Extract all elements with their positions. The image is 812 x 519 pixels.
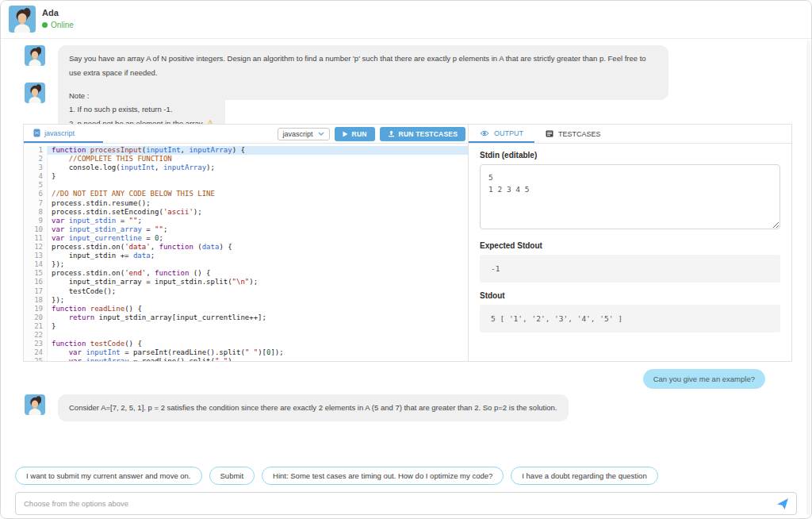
code-line[interactable]: 7process.stdin.resume(); [24, 199, 468, 208]
code-line[interactable]: 25 var inputArray = readLine().split(" "… [24, 357, 468, 361]
tab-output[interactable]: OUTPUT [469, 125, 534, 143]
stdout-value: 5 [ '1', '2', '3', '4', '5' ] [480, 305, 780, 333]
line-number: 16 [24, 278, 48, 286]
line-number: 9 [24, 217, 48, 225]
code-line[interactable]: 4} [24, 172, 468, 181]
run-testcases-label: RUN TESTCASES [399, 130, 458, 138]
code-line[interactable]: 19function readLine() { [24, 305, 468, 313]
line-number: 23 [24, 340, 48, 348]
question-line-1: Say you have an array A of N positive in… [69, 52, 657, 79]
editor-controls: javascript RUN [278, 125, 468, 143]
line-number: 13 [24, 252, 48, 260]
agent-name: Ada [42, 8, 59, 17]
code-line[interactable]: 21} [24, 322, 468, 331]
line-number: 19 [24, 305, 48, 313]
expected-stdout-label: Expected Stdout [480, 241, 780, 250]
stdin-label: Stdin (editable) [480, 151, 780, 160]
chip-submit-and-move-on[interactable]: I want to submit my current answer and m… [15, 467, 202, 485]
language-select[interactable]: javascript [278, 128, 330, 140]
line-number: 12 [24, 243, 48, 252]
run-button[interactable]: RUN [335, 127, 375, 141]
ada-avatar [9, 6, 36, 33]
code-line[interactable]: 6//DO NOT EDIT ANY CODE BELOW THIS LINE [24, 190, 468, 198]
user-message-bubble: Can you give me an example? [643, 369, 765, 389]
output-tabs: OUTPUT TESTCASES [469, 125, 791, 144]
code-line[interactable]: 1function processInput(inputInt, inputAr… [24, 146, 468, 155]
play-icon [343, 131, 348, 137]
code-line[interactable]: 22 [24, 331, 468, 340]
online-dot-icon [42, 22, 48, 28]
line-number: 22 [24, 331, 48, 340]
online-status-label: Online [51, 21, 74, 29]
expected-stdout-value: -1 [480, 255, 780, 283]
line-number: 7 [24, 199, 48, 208]
code-line[interactable]: 15process.stdin.on('end', function () { [24, 269, 468, 278]
code-line[interactable]: 20 return input_stdin_array[input_curren… [24, 313, 468, 322]
code-line[interactable]: 24 var inputInt = parseInt(readLine().sp… [24, 348, 468, 357]
tab-javascript-file[interactable]: javascript [24, 125, 103, 143]
output-pane: OUTPUT TESTCASES Stdin (editable) 5 1 2 … [469, 125, 791, 361]
line-number: 6 [24, 190, 48, 198]
chat-scrollbar[interactable] [806, 40, 810, 515]
line-number: 5 [24, 181, 48, 190]
stdout-label: Stdout [480, 291, 780, 300]
testcases-icon [546, 130, 553, 137]
note-line-1: Note : [69, 89, 214, 102]
line-number: 3 [24, 163, 48, 172]
code-line[interactable]: 10var input_stdin_array = ""; [24, 225, 468, 234]
code-line[interactable]: 23function testCode() { [24, 340, 468, 348]
online-status: Online [42, 21, 74, 29]
chip-hint-timing-out[interactable]: Hint: Some test cases are timing out. Ho… [262, 467, 504, 485]
ada-interview-app: Ada Online Say you have an array A of N … [0, 0, 812, 519]
chevron-down-icon [318, 132, 324, 136]
quick-replies: I want to submit my current answer and m… [15, 467, 797, 485]
chip-submit[interactable]: Submit [209, 467, 255, 485]
code-area[interactable]: 1function processInput(inputInt, inputAr… [24, 144, 468, 361]
line-number: 1 [24, 146, 48, 155]
code-line[interactable]: 16 input_stdin_array = input_stdin.split… [24, 278, 468, 286]
output-body: Stdin (editable) 5 1 2 3 4 5 Expected St… [469, 144, 791, 336]
code-line[interactable]: 11var input_currentline = 0; [24, 234, 468, 243]
code-line[interactable]: 3 console.log(inputInt, inputArray); [24, 163, 468, 172]
send-button[interactable] [776, 497, 790, 511]
composer [15, 492, 797, 515]
header: Ada Online [1, 1, 811, 39]
line-number: 14 [24, 260, 48, 269]
code-line[interactable]: 5 [24, 181, 468, 190]
code-line[interactable]: 14}); [24, 260, 468, 269]
upload-icon [388, 130, 395, 137]
example-bubble: Consider A=[7, 2, 5, 1]. p = 2 satisfies… [58, 394, 569, 421]
code-line[interactable]: 17 testCode(); [24, 287, 468, 296]
code-workspace: javascript javascript RUN [23, 124, 792, 362]
code-line[interactable]: 12process.stdin.on('data', function (dat… [24, 243, 468, 252]
code-line[interactable]: 2 //COMPLETE THIS FUNCTION [24, 155, 468, 163]
message-input[interactable] [22, 498, 776, 509]
code-line[interactable]: 13 input_stdin += data; [24, 252, 468, 260]
line-number: 10 [24, 225, 48, 234]
paper-plane-icon [776, 498, 789, 510]
tab-testcases[interactable]: TESTCASES [534, 125, 612, 143]
note-line-2: 1. If no such p exists, return -1. [69, 102, 214, 116]
chip-doubt-question[interactable]: I have a doubt regarding the question [511, 467, 657, 485]
code-line[interactable]: 9var input_stdin = ""; [24, 217, 468, 225]
stdin-textarea[interactable]: 5 1 2 3 4 5 [480, 164, 780, 229]
editor-toolbar: javascript javascript RUN [24, 125, 468, 144]
ada-avatar [25, 45, 45, 66]
tab-javascript-label: javascript [44, 129, 75, 137]
line-number: 20 [24, 313, 48, 322]
eye-icon [480, 130, 489, 136]
ada-avatar [25, 83, 45, 103]
line-number: 25 [24, 357, 48, 361]
code-line[interactable]: 18}); [24, 296, 468, 305]
code-line[interactable]: 8process.stdin.setEncoding('ascii'); [24, 208, 468, 217]
line-number: 2 [24, 155, 48, 163]
run-button-label: RUN [352, 130, 367, 138]
ada-avatar [25, 394, 45, 415]
run-testcases-button[interactable]: RUN TESTCASES [380, 127, 465, 141]
tab-output-label: OUTPUT [494, 129, 523, 137]
line-number: 17 [24, 287, 48, 296]
language-select-value: javascript [283, 130, 313, 138]
tab-testcases-label: TESTCASES [558, 130, 601, 138]
line-number: 11 [24, 234, 48, 243]
line-number: 4 [24, 172, 48, 181]
